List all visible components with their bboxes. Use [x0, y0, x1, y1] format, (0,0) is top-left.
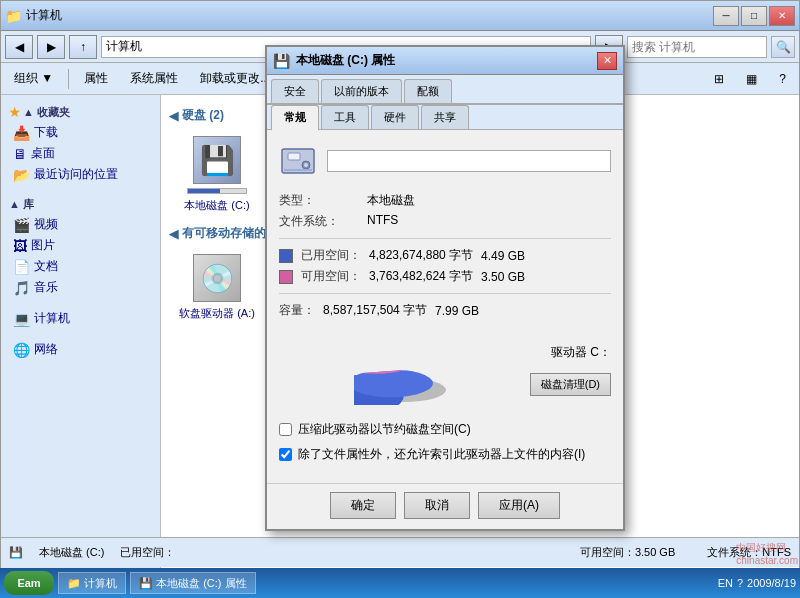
- network-icon: 🌐: [13, 342, 30, 358]
- sidebar-label-network: 网络: [34, 341, 58, 358]
- favorites-header[interactable]: ★ ▲ 收藏夹: [5, 103, 156, 122]
- sidebar-item-download[interactable]: 📥 下载: [5, 122, 156, 143]
- used-space-row: 已用空间： 4,823,674,880 字节 4.49 GB: [279, 247, 611, 264]
- sidebar-label-recent: 最近访问的位置: [34, 166, 118, 183]
- computer-icon: 💻: [13, 311, 30, 327]
- dialog-title-bar: 💾 本地磁盘 (C:) 属性 ✕: [267, 47, 623, 75]
- tab-quota[interactable]: 配额: [404, 79, 452, 103]
- floppy-drive-icon: 💿: [193, 254, 241, 302]
- svg-point-7: [402, 369, 406, 371]
- help-taskbar-icon[interactable]: ?: [737, 577, 743, 589]
- lang-indicator[interactable]: EN: [718, 577, 733, 589]
- cleanup-button[interactable]: 磁盘清理(D): [530, 373, 611, 396]
- c-drive-item[interactable]: 💾 本地磁盘 (C:): [177, 136, 257, 213]
- c-drive-progress: [187, 188, 247, 194]
- free-bytes: 3,763,482,624 字节: [369, 268, 473, 285]
- forward-button[interactable]: ▶: [37, 35, 65, 59]
- sidebar-item-video[interactable]: 🎬 视频: [5, 214, 156, 235]
- compress-label[interactable]: 压缩此驱动器以节约磁盘空间(C): [298, 421, 471, 438]
- sidebar-item-picture[interactable]: 🖼 图片: [5, 235, 156, 256]
- taskbar-clock: 2009/8/19: [747, 577, 796, 589]
- sidebar-label-document: 文档: [34, 258, 58, 275]
- used-bytes: 4,823,674,880 字节: [369, 247, 473, 264]
- sidebar-label-download: 下载: [34, 124, 58, 141]
- compress-checkbox[interactable]: [279, 423, 292, 436]
- svg-point-3: [304, 163, 308, 167]
- dialog-title-icon: 💾: [273, 53, 290, 69]
- library-section: ▲ 库 🎬 视频 🖼 图片 📄 文档 🎵 音乐: [5, 195, 156, 298]
- explorer-title-bar: 📁 计算机 ─ □ ✕: [1, 1, 799, 31]
- back-button[interactable]: ◀: [5, 35, 33, 59]
- svg-rect-4: [284, 169, 312, 171]
- tab-hardware[interactable]: 硬件: [371, 105, 419, 129]
- properties-button[interactable]: 属性: [75, 66, 117, 92]
- sidebar-item-recent[interactable]: 📂 最近访问的位置: [5, 164, 156, 185]
- search-input[interactable]: [627, 36, 767, 58]
- taskbar-item-explorer[interactable]: 📁 计算机: [58, 572, 126, 594]
- dialog-footer: 确定 取消 应用(A): [267, 483, 623, 529]
- title-bar-buttons: ─ □ ✕: [713, 6, 795, 26]
- ok-button[interactable]: 确定: [330, 492, 396, 519]
- minimize-button[interactable]: ─: [713, 6, 739, 26]
- desktop-icon: 🖥: [13, 146, 27, 162]
- dialog-drive-icon: [279, 142, 317, 180]
- music-icon: 🎵: [13, 280, 30, 296]
- cancel-button[interactable]: 取消: [404, 492, 470, 519]
- dialog-title-text: 本地磁盘 (C:) 属性: [296, 52, 597, 69]
- sidebar-item-music[interactable]: 🎵 音乐: [5, 277, 156, 298]
- tab-security[interactable]: 安全: [271, 79, 319, 103]
- view-change-button[interactable]: ⊞: [705, 66, 733, 92]
- sidebar-item-document[interactable]: 📄 文档: [5, 256, 156, 277]
- explorer-title: 计算机: [26, 7, 62, 24]
- maximize-button[interactable]: □: [741, 6, 767, 26]
- free-space-row: 可用空间： 3,763,482,624 字节 3.50 GB: [279, 268, 611, 285]
- library-header[interactable]: ▲ 库: [5, 195, 156, 214]
- search-icon[interactable]: 🔍: [771, 36, 795, 58]
- index-label[interactable]: 除了文件属性外，还允许索引此驱动器上文件的内容(I): [298, 446, 585, 463]
- taskbar-item-label: 📁 计算机: [67, 576, 117, 591]
- start-button[interactable]: Eam: [4, 571, 54, 595]
- c-drive-label: 本地磁盘 (C:): [184, 198, 249, 213]
- drive-label-row: 驱动器 C：: [551, 344, 611, 361]
- help-button[interactable]: ?: [770, 66, 795, 92]
- divider1: [279, 238, 611, 239]
- sidebar-item-network[interactable]: 🌐 网络: [5, 339, 156, 360]
- floppy-drive-item[interactable]: 💿 软盘驱动器 (A:): [177, 254, 257, 321]
- divider2: [279, 293, 611, 294]
- capacity-row: 容量： 8,587,157,504 字节 7.99 GB: [279, 302, 611, 319]
- c-drive-icon: 💾: [193, 136, 241, 184]
- index-checkbox[interactable]: [279, 448, 292, 461]
- type-label: 类型：: [279, 192, 359, 209]
- recent-icon: 📂: [13, 167, 30, 183]
- taskbar-item-dialog[interactable]: 💾 本地磁盘 (C:) 属性: [130, 572, 256, 594]
- sidebar-label-music: 音乐: [34, 279, 58, 296]
- sidebar-item-desktop[interactable]: 🖥 桌面: [5, 143, 156, 164]
- system-properties-button[interactable]: 系统属性: [121, 66, 187, 92]
- view-options-button[interactable]: ▦: [737, 66, 766, 92]
- sidebar-item-computer[interactable]: 💻 计算机: [5, 308, 156, 329]
- dialog-close-button[interactable]: ✕: [597, 52, 617, 70]
- start-label: Eam: [17, 577, 40, 589]
- organize-button[interactable]: 组织 ▼: [5, 66, 62, 92]
- watermark: 中国好搜网chinastar.com: [736, 541, 798, 566]
- video-icon: 🎬: [13, 217, 30, 233]
- up-button[interactable]: ↑: [69, 35, 97, 59]
- computer-section: 💻 计算机: [5, 308, 156, 329]
- close-button[interactable]: ✕: [769, 6, 795, 26]
- drive-label-input[interactable]: [327, 150, 611, 172]
- status-free: 可用空间：3.50 GB: [580, 545, 675, 560]
- tab-tools[interactable]: 工具: [321, 105, 369, 129]
- apply-button[interactable]: 应用(A): [478, 492, 560, 519]
- favorites-section: ★ ▲ 收藏夹 📥 下载 🖥 桌面 📂 最近访问的位置: [5, 103, 156, 185]
- tab-general[interactable]: 常规: [271, 105, 319, 131]
- tab-previous-versions[interactable]: 以前的版本: [321, 79, 402, 103]
- filesystem-value: NTFS: [367, 213, 611, 230]
- svg-rect-1: [288, 153, 300, 160]
- index-checkbox-row: 除了文件属性外，还允许索引此驱动器上文件的内容(I): [279, 446, 611, 463]
- status-used: 已用空间：: [120, 545, 175, 560]
- tab-sharing[interactable]: 共享: [421, 105, 469, 129]
- download-icon: 📥: [13, 125, 30, 141]
- dialog-icon-row: [279, 142, 611, 180]
- picture-icon: 🖼: [13, 238, 27, 254]
- capacity-bytes: 8,587,157,504 字节: [323, 302, 427, 319]
